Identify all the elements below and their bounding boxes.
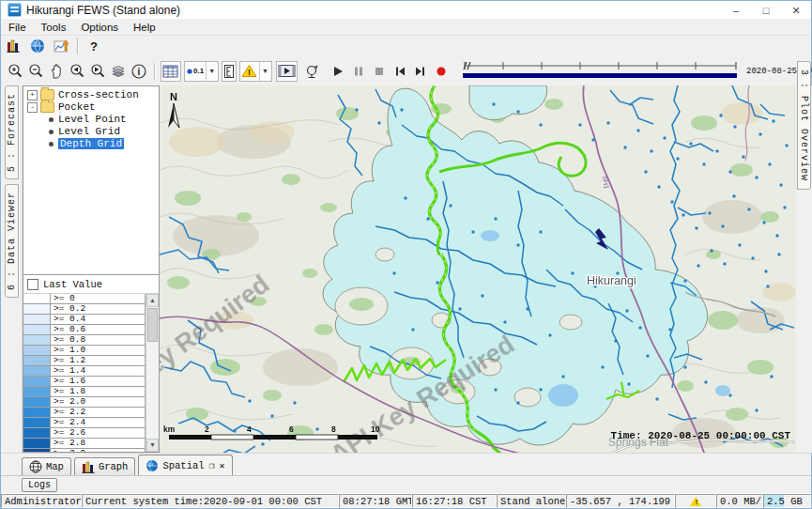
legend-color-swatch	[23, 387, 51, 396]
legend-row: >= 3.0	[23, 449, 145, 452]
legend-scrollbar[interactable]: ▲ ▼	[146, 294, 159, 452]
step-backward-button[interactable]	[390, 61, 410, 82]
spatial-display-icon[interactable]	[27, 36, 48, 56]
scrollbar-thumb[interactable]	[147, 308, 158, 342]
svg-text:i: i	[138, 67, 141, 77]
record-button[interactable]	[431, 61, 452, 82]
tree-item-pocket[interactable]: - Pocket	[23, 101, 159, 113]
legend-color-swatch	[23, 397, 51, 407]
menu-help[interactable]: Help	[126, 22, 163, 33]
collapse-icon[interactable]: -	[27, 102, 38, 113]
minimize-button[interactable]: –	[721, 2, 751, 19]
grid-display-button[interactable]	[161, 61, 181, 82]
svg-text:km: km	[163, 424, 176, 434]
legend-class-label: >= 2.6	[51, 428, 145, 438]
tab-map[interactable]: Map	[22, 457, 71, 475]
menu-file[interactable]: File	[1, 22, 34, 33]
tab-data-viewer[interactable]: 6 : Data Viewer	[5, 184, 19, 298]
pause-button[interactable]	[348, 61, 369, 82]
svg-text:!: !	[248, 68, 251, 77]
close-button[interactable]: ✕	[781, 2, 811, 19]
bottom-tab-bar: Map Graph Spatial ❐ ✕	[1, 453, 811, 475]
legend-class-label: >= 0.8	[51, 335, 145, 345]
zoom-in-icon[interactable]	[5, 61, 25, 82]
legend-class-label: >= 2.2	[51, 408, 145, 417]
help-icon[interactable]: ?	[84, 36, 104, 56]
warning-icon	[690, 497, 701, 506]
tree-item-level-point[interactable]: Level Point	[23, 114, 159, 125]
legend-panel: Last Value >= 0>= 0.2>= 0.4>= 0.6>= 0.8>…	[23, 275, 160, 453]
menu-options[interactable]: Options	[73, 22, 126, 33]
tab-plot-overview[interactable]: 3 : Plot Overview	[797, 61, 811, 190]
step-forward-button[interactable]	[410, 61, 431, 82]
map-canvas[interactable]: API Key Required API Key Required SH1 Hi…	[160, 85, 796, 453]
loop-animation-icon[interactable]	[301, 61, 322, 82]
legend-color-swatch	[23, 304, 51, 314]
legend-class-label: >= 1.6	[51, 377, 145, 386]
legend-color-swatch	[23, 335, 51, 345]
legend-class-label: >= 0.4	[51, 315, 145, 324]
contour-lines-dropdown[interactable]: 0.1 ▼	[184, 61, 219, 82]
title-bar: Hikurangi FEWS (Stand alone) – □ ✕	[1, 1, 811, 19]
timeseries-display-icon[interactable]	[52, 36, 72, 56]
expand-icon[interactable]: +	[27, 90, 38, 100]
bullet-icon	[49, 130, 54, 134]
tab-close-icon[interactable]: ✕	[220, 460, 225, 471]
main-area: 5 : Forecast 6 : Data Viewer + Cross-sec…	[1, 85, 811, 453]
animation-movie-button[interactable]	[276, 61, 298, 82]
tab-spatial[interactable]: Spatial ❐ ✕	[138, 455, 232, 475]
layers-icon[interactable]	[108, 61, 129, 82]
thresholds-dropdown[interactable]: ! ▼	[239, 61, 272, 82]
last-value-checkbox[interactable]	[27, 279, 38, 290]
maximize-button[interactable]: □	[751, 2, 781, 19]
menu-tools[interactable]: Tools	[34, 22, 74, 33]
data-viewer-panel: + Cross-section - Pocket Level Point Lev…	[23, 85, 160, 453]
chevron-down-icon[interactable]: ▼	[206, 62, 217, 81]
map-time-label: Time: 2020-08-25 00:00:00 CST	[611, 430, 791, 441]
zoom-previous-icon[interactable]	[67, 61, 87, 82]
tab-maximize-icon[interactable]: ❐	[209, 460, 215, 471]
legend-color-swatch	[23, 366, 51, 376]
legend-class-label: >= 3.0	[51, 449, 145, 452]
map-toolbar: i 0.1 ▼ ! ▼	[1, 56, 811, 85]
window-title: Hikurangi FEWS (Stand alone)	[26, 4, 721, 17]
tree-item-level-grid[interactable]: Level Grid	[23, 126, 159, 137]
legend-class-label: >= 2.0	[51, 397, 145, 407]
legend-class-label: >= 1.8	[51, 387, 145, 396]
data-explorer-icon[interactable]	[3, 36, 23, 56]
logs-button[interactable]: Logs	[22, 478, 57, 492]
status-bandwidth: 0.0 MB/s	[716, 494, 763, 508]
legend-color-swatch	[23, 346, 51, 355]
zoom-out-icon[interactable]	[25, 61, 46, 82]
longitudinal-profile-button[interactable]	[222, 61, 237, 82]
status-mode: Stand alone	[497, 494, 566, 508]
toolbar-separator	[77, 38, 79, 54]
chevron-down-icon[interactable]: ▼	[259, 62, 270, 81]
legend-class-label: >= 0.6	[51, 325, 145, 334]
legend-color-swatch	[23, 428, 51, 438]
svg-text:4: 4	[247, 424, 252, 434]
app-logo-icon	[8, 3, 22, 17]
pan-icon[interactable]	[46, 61, 67, 82]
tab-graph[interactable]: Graph	[74, 457, 136, 475]
bullet-icon	[49, 117, 54, 122]
town-label: Hikurangi	[587, 274, 636, 287]
logs-row: Logs	[1, 475, 811, 493]
legend-color-swatch	[23, 315, 51, 324]
zoom-next-icon[interactable]	[87, 61, 108, 82]
status-warning[interactable]	[675, 494, 716, 508]
tree-item-depth-grid[interactable]: Depth Grid	[23, 138, 159, 149]
legend-class-label: >= 1.0	[51, 346, 145, 355]
info-icon[interactable]: i	[129, 61, 149, 82]
scroll-up-icon[interactable]: ▲	[146, 294, 159, 307]
tab-forecast[interactable]: 5 : Forecast	[5, 85, 19, 179]
play-button[interactable]	[328, 61, 348, 82]
stop-button[interactable]	[369, 61, 390, 82]
left-tab-strip: 5 : Forecast 6 : Data Viewer	[1, 85, 23, 453]
status-gmt-time: 08:27:18 GMT	[339, 494, 412, 508]
app-window: Hikurangi FEWS (Stand alone) – □ ✕ File …	[0, 0, 812, 509]
svg-text:8: 8	[331, 424, 336, 434]
legend-color-swatch	[23, 418, 51, 427]
timeline-slider[interactable]	[459, 58, 741, 85]
scroll-down-icon[interactable]: ▼	[146, 439, 159, 452]
